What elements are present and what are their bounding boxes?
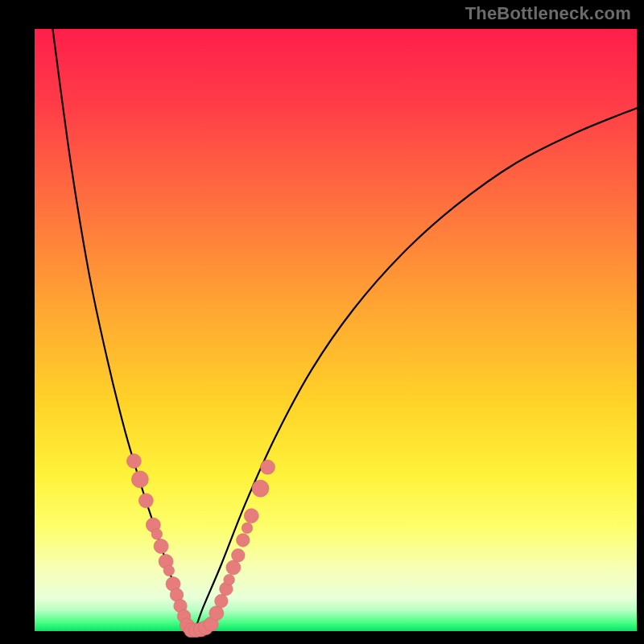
data-point — [252, 480, 269, 497]
data-point — [226, 560, 241, 575]
plot-frame — [33, 27, 638, 639]
data-point — [232, 549, 245, 562]
data-point — [215, 594, 228, 607]
data-point — [138, 493, 153, 508]
watermark-text: TheBottleneck.com — [465, 3, 631, 24]
data-point — [260, 460, 275, 474]
data-point — [209, 606, 224, 621]
data-point — [244, 509, 258, 523]
data-point — [237, 534, 250, 547]
data-point — [154, 539, 168, 554]
data-points-group — [126, 454, 275, 638]
data-point — [242, 522, 252, 533]
chart-overlay — [35, 29, 637, 638]
stage: TheBottleneck.com — [0, 0, 644, 644]
data-point — [131, 471, 148, 488]
data-point — [163, 565, 174, 576]
bottleneck-curve — [52, 29, 637, 638]
data-point — [126, 454, 141, 469]
data-point — [224, 574, 234, 584]
data-point — [151, 529, 162, 539]
